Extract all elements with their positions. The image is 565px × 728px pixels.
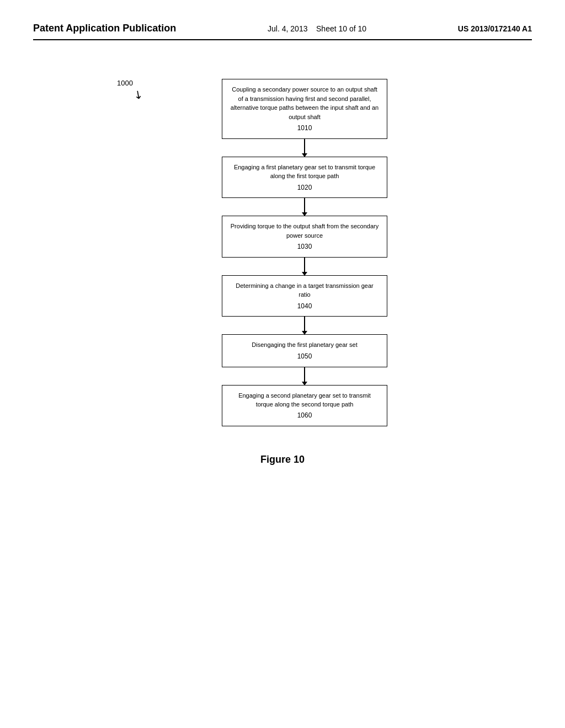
figure-caption: Figure 10 bbox=[33, 454, 532, 465]
header-patent-number: US 2013/0172140 A1 bbox=[458, 22, 532, 33]
page-header: Patent Application Publication Jul. 4, 2… bbox=[33, 22, 532, 40]
header-date: Jul. 4, 2013 bbox=[268, 24, 307, 33]
step-1040-box: Determining a change in a target transmi… bbox=[222, 275, 387, 317]
patent-page: Patent Application Publication Jul. 4, 2… bbox=[0, 0, 565, 728]
step-1040-text: Determining a change in a target transmi… bbox=[236, 282, 373, 298]
arrow-1040-1050 bbox=[304, 317, 305, 334]
diagram-area: 1000 ↘ Coupling a secondary power source… bbox=[33, 73, 532, 426]
step-1010-id: 1010 bbox=[230, 124, 379, 133]
step-1060-text: Engaging a second planetary gear set to … bbox=[238, 392, 371, 408]
header-date-sheet: Jul. 4, 2013 Sheet 10 of 10 bbox=[268, 22, 366, 33]
header-publication-label: Patent Application Publication bbox=[33, 22, 176, 35]
step-1060-box: Engaging a second planetary gear set to … bbox=[222, 385, 387, 427]
step-1020-box: Engaging a first planetary gear set to t… bbox=[222, 157, 387, 199]
step-1030-text: Providing torque to the output shaft fro… bbox=[231, 223, 379, 238]
step-1050-text: Disengaging the first planetary gear set bbox=[252, 341, 357, 348]
header-sheet: Sheet 10 of 10 bbox=[316, 24, 366, 33]
step-1030-box: Providing torque to the output shaft fro… bbox=[222, 216, 387, 258]
step-1010-box: Coupling a secondary power source to an … bbox=[222, 79, 387, 138]
arrow-1020-1030 bbox=[304, 198, 305, 216]
figure-arrow-icon: ↘ bbox=[131, 87, 146, 103]
step-1020-id: 1020 bbox=[230, 183, 379, 192]
step-1040-id: 1040 bbox=[230, 302, 379, 311]
step-1050-box: Disengaging the first planetary gear set… bbox=[222, 334, 387, 367]
arrow-1050-1060 bbox=[304, 367, 305, 385]
step-1020-text: Engaging a first planetary gear set to t… bbox=[234, 164, 375, 179]
arrow-1010-1020 bbox=[304, 139, 305, 157]
step-1030-id: 1030 bbox=[230, 242, 379, 251]
flow-diagram: Coupling a secondary power source to an … bbox=[161, 79, 448, 426]
step-1060-id: 1060 bbox=[230, 411, 379, 420]
arrow-1030-1040 bbox=[304, 258, 305, 275]
step-1010-text: Coupling a secondary power source to an … bbox=[231, 86, 379, 120]
step-1050-id: 1050 bbox=[230, 352, 379, 361]
figure-number-label: 1000 bbox=[117, 79, 133, 87]
